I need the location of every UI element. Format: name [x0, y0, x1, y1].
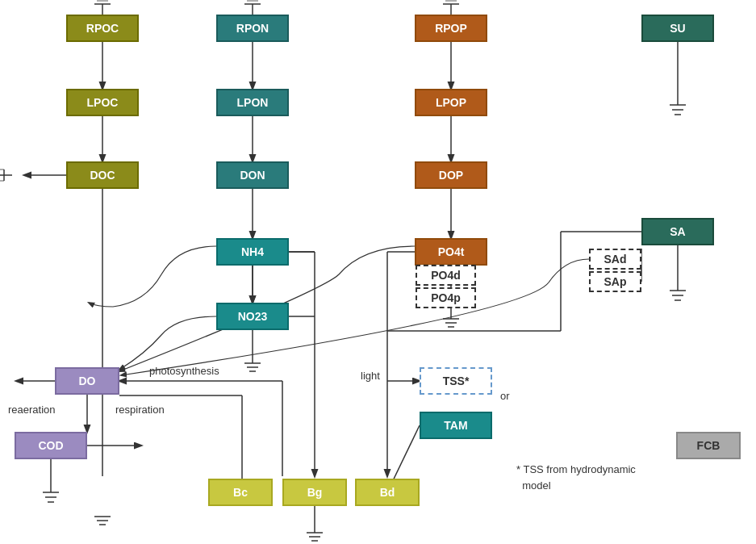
- dop-label: DOP: [439, 169, 463, 182]
- po4d-box: PO4d: [416, 265, 476, 286]
- po4d-label: PO4d: [431, 269, 461, 282]
- photosynthesis-label: photosynthesis: [149, 365, 219, 377]
- tam-label: TAM: [444, 419, 467, 432]
- po4t-box: PO4t: [415, 238, 487, 266]
- sap-box: SAp: [589, 271, 641, 292]
- nh4-label: NH4: [241, 245, 264, 258]
- fcb-box: FCB: [676, 432, 741, 459]
- respiration-label: respiration: [115, 404, 165, 416]
- po4p-box: PO4p: [416, 287, 476, 308]
- lpoc-label: LPOC: [87, 96, 119, 109]
- bd-label: Bd: [380, 486, 395, 499]
- rpon-label: RPON: [236, 22, 269, 35]
- lpop-box: LPOP: [415, 89, 487, 116]
- sa-label: SA: [670, 225, 685, 238]
- bg-box: Bg: [282, 479, 347, 506]
- tss-label: TSS*: [443, 375, 470, 387]
- po4t-label: PO4t: [438, 245, 465, 258]
- no23-label: NO23: [238, 310, 268, 323]
- lpop-label: LPOP: [436, 96, 466, 109]
- rpoc-label: RPOC: [86, 22, 119, 35]
- doc-box: DOC: [66, 161, 139, 189]
- arrows-svg: [0, 0, 756, 544]
- reaeration-label: reaeration: [8, 404, 56, 416]
- sad-box: SAd: [589, 249, 641, 270]
- bd-box: Bd: [355, 479, 420, 506]
- fcb-label: FCB: [697, 439, 720, 452]
- do-label: DO: [79, 375, 96, 387]
- lpon-label: LPON: [237, 96, 269, 109]
- light-label: light: [361, 370, 380, 382]
- lpon-box: LPON: [216, 89, 289, 116]
- dop-box: DOP: [415, 161, 487, 189]
- bc-box: Bc: [208, 479, 273, 506]
- cod-box: COD: [15, 432, 87, 459]
- rpon-box: RPON: [216, 15, 289, 42]
- bg-label: Bg: [307, 486, 323, 499]
- su-label: SU: [670, 22, 685, 35]
- no23-box: NO23: [216, 303, 289, 330]
- tss-box: TSS*: [420, 367, 492, 395]
- or-label: or: [500, 390, 510, 402]
- sad-label: SAd: [604, 253, 627, 266]
- don-box: DON: [216, 161, 289, 189]
- doc-label: DOC: [90, 169, 115, 182]
- tam-box: TAM: [420, 412, 492, 439]
- sa-box: SA: [641, 218, 714, 245]
- cod-label: COD: [38, 439, 63, 452]
- rpop-box: RPOP: [415, 15, 487, 42]
- bc-label: Bc: [233, 486, 248, 499]
- diagram: RPOCLPOCDOCRPONLPONDONNH4NO23RPOPLPOPDOP…: [0, 0, 756, 544]
- don-label: DON: [240, 169, 265, 182]
- note-label: * TSS from hydrodynamic model: [516, 462, 636, 493]
- rpop-label: RPOP: [435, 22, 467, 35]
- su-box: SU: [641, 15, 714, 42]
- do-box: DO: [55, 367, 119, 395]
- po4p-label: PO4p: [431, 291, 461, 304]
- nh4-box: NH4: [216, 238, 289, 266]
- sap-label: SAp: [604, 275, 627, 288]
- lpoc-box: LPOC: [66, 89, 139, 116]
- rpoc-box: RPOC: [66, 15, 139, 42]
